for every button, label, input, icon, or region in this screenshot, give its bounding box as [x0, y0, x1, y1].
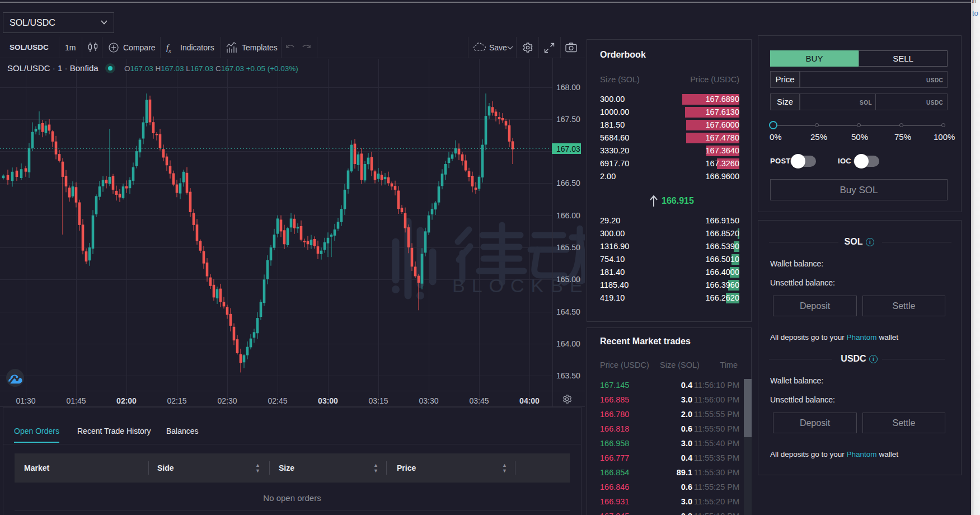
- svg-text:165.00: 165.00: [556, 275, 580, 284]
- svg-text:164.00: 164.00: [556, 339, 580, 348]
- svg-text:02:15: 02:15: [167, 396, 186, 405]
- svg-text:03:45: 03:45: [469, 396, 489, 405]
- svg-text:03:00: 03:00: [318, 396, 338, 405]
- svg-text:01:30: 01:30: [16, 396, 35, 405]
- svg-text:02:30: 02:30: [217, 396, 237, 405]
- svg-text:03:30: 03:30: [419, 396, 438, 405]
- svg-text:168.00: 168.00: [556, 83, 580, 92]
- svg-text:166.00: 166.00: [556, 211, 580, 220]
- svg-text:167.03: 167.03: [556, 144, 580, 153]
- svg-text:03:15: 03:15: [368, 396, 388, 405]
- svg-text:02:45: 02:45: [268, 396, 287, 405]
- svg-text:167.50: 167.50: [556, 115, 580, 124]
- svg-text:164.50: 164.50: [556, 307, 580, 316]
- svg-text:165.50: 165.50: [556, 243, 580, 252]
- svg-text:02:00: 02:00: [116, 396, 137, 405]
- svg-text:04:00: 04:00: [519, 396, 540, 405]
- svg-text:01:45: 01:45: [66, 396, 86, 405]
- svg-text:163.50: 163.50: [556, 371, 580, 380]
- svg-text:166.50: 166.50: [556, 179, 580, 188]
